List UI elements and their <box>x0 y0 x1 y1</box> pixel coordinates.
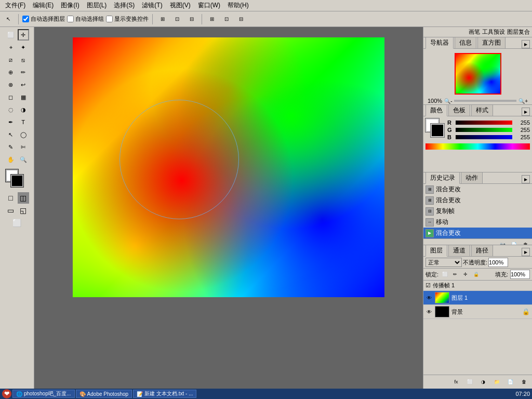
screen-mode1[interactable]: ▭ <box>5 205 17 216</box>
menu-filter[interactable]: 滤镜(T) <box>139 0 165 11</box>
layer-eye-1[interactable]: 👁 <box>425 294 433 301</box>
propagate-checkbox[interactable]: ☑ <box>425 282 431 289</box>
start-button[interactable]: ❤ <box>2 389 11 398</box>
tab-styles[interactable]: 样式 <box>471 104 493 116</box>
zoom-out-icon[interactable]: 🔍- <box>444 98 452 104</box>
tool-move[interactable]: ✛ <box>18 29 29 41</box>
history-delete[interactable]: 🗑 <box>521 240 530 245</box>
g-slider[interactable] <box>456 128 512 132</box>
align-btn2[interactable]: ⊡ <box>171 14 183 25</box>
zoom-slider[interactable] <box>454 100 516 102</box>
background-color[interactable] <box>11 175 23 187</box>
layer-eye-bg[interactable]: 👁 <box>425 308 433 315</box>
tab-histogram[interactable]: 直方图 <box>477 37 506 48</box>
tool-magic-wand[interactable]: ✦ <box>18 42 29 53</box>
menu-window[interactable]: 窗口(W) <box>195 0 223 11</box>
tool-preset-btn[interactable]: 工具预设 <box>482 28 505 36</box>
layers-options[interactable]: ▶ <box>522 248 530 256</box>
tool-shape[interactable]: ◯ <box>18 129 29 140</box>
distribute-btn2[interactable]: ⊡ <box>220 14 233 25</box>
lock-move[interactable]: ✛ <box>461 270 470 278</box>
fill-input[interactable] <box>510 270 530 279</box>
history-item-4[interactable]: ↔ 移动 <box>423 217 532 228</box>
menu-image[interactable]: 图像(I) <box>58 0 82 11</box>
quick-mask-on[interactable]: ◫ <box>18 192 29 204</box>
tab-navigator[interactable]: 导航器 <box>425 37 454 49</box>
quick-mask-off[interactable]: □ <box>5 192 17 204</box>
tab-swatches[interactable]: 色板 <box>448 104 470 116</box>
tool-text[interactable]: T <box>18 116 29 128</box>
tool-crop[interactable]: ⧄ <box>5 54 17 65</box>
tool-clone[interactable]: ⊗ <box>5 79 17 90</box>
tool-marquee[interactable]: ⬜ <box>5 29 17 41</box>
b-slider[interactable] <box>456 135 512 139</box>
tab-color[interactable]: 颜色 <box>425 104 447 116</box>
show-transform-check[interactable]: 显示变换控件 <box>106 15 149 23</box>
history-options[interactable]: ▶ <box>522 175 530 183</box>
tool-eyedropper[interactable]: ✄ <box>18 141 29 153</box>
layer-mask-btn[interactable]: ⬜ <box>463 376 476 388</box>
main-canvas[interactable] <box>73 37 384 297</box>
screen-mode2[interactable]: ◱ <box>18 205 29 216</box>
navigator-options[interactable]: ▶ <box>522 40 530 48</box>
layer-del-btn[interactable]: 🗑 <box>517 376 530 388</box>
color-options[interactable]: ▶ <box>522 108 530 116</box>
auto-select-group-check[interactable]: 自动选择组 <box>67 15 104 23</box>
distribute-btn1[interactable]: ⊞ <box>206 14 218 25</box>
tool-slice[interactable]: ⧅ <box>18 54 29 65</box>
taskbar-browser[interactable]: 🌐 photoshop吧_百度... <box>12 390 75 398</box>
lock-all[interactable]: 🔒 <box>472 270 480 278</box>
layer-item-1[interactable]: 👁 图层 1 <box>423 291 532 305</box>
menu-file[interactable]: 文件(F) <box>2 0 29 11</box>
tool-pen[interactable]: ✒ <box>5 116 17 128</box>
tool-lasso[interactable]: ⌖ <box>5 42 17 53</box>
layer-fx-btn[interactable]: fx <box>450 376 462 388</box>
tool-zoom[interactable]: 🔍 <box>18 154 29 165</box>
history-create-new[interactable]: 📄 <box>509 240 518 245</box>
layer-group-btn[interactable]: 📁 <box>490 376 503 388</box>
layer-new-btn[interactable]: 📄 <box>504 376 516 388</box>
history-new-snap[interactable]: 📷 <box>498 240 507 245</box>
tool-history-brush[interactable]: ↩ <box>18 79 29 90</box>
tool-dodge[interactable]: ◑ <box>18 104 29 115</box>
history-item-3[interactable]: ⊟ 复制帧 <box>423 206 532 217</box>
full-color-gradient[interactable] <box>425 143 530 150</box>
tool-path-select[interactable]: ↖ <box>5 129 17 140</box>
tab-info[interactable]: 信息 <box>455 37 476 48</box>
r-slider[interactable] <box>456 121 512 125</box>
tab-actions[interactable]: 动作 <box>461 172 483 183</box>
opacity-input[interactable] <box>488 258 508 267</box>
align-btn1[interactable]: ⊞ <box>156 14 169 25</box>
layer-comp-btn[interactable]: 图层复合 <box>507 28 530 36</box>
lock-transparent[interactable]: ⬜ <box>441 270 449 278</box>
align-btn3[interactable]: ⊟ <box>185 14 198 25</box>
tool-healing[interactable]: ⊕ <box>5 66 17 78</box>
lock-paint[interactable]: ✏ <box>451 270 459 278</box>
tab-channels[interactable]: 通道 <box>448 245 470 256</box>
history-item-1[interactable]: ⊞ 混合更改 <box>423 184 532 195</box>
history-item-2[interactable]: ⊞ 混合更改 <box>423 195 532 206</box>
tool-notes[interactable]: ✎ <box>5 141 17 153</box>
bg-swatch[interactable] <box>431 124 444 137</box>
tool-brush[interactable]: ✏ <box>18 66 29 78</box>
screen-mode3[interactable]: ⬜ <box>5 217 29 229</box>
zoom-in-icon[interactable]: 🔍+ <box>518 98 528 104</box>
tool-blur[interactable]: ◌ <box>5 104 17 115</box>
auto-select-layer-check[interactable]: 自动选择图层 <box>22 15 65 23</box>
taskbar-photoshop[interactable]: 🎨 Adobe Photoshop <box>76 390 132 398</box>
menu-edit[interactable]: 编辑(E) <box>30 0 57 11</box>
tool-gradient[interactable]: ▦ <box>18 91 29 103</box>
distribute-btn3[interactable]: ⊟ <box>235 14 247 25</box>
blend-mode-select[interactable]: 正常 <box>425 258 462 267</box>
tool-eraser[interactable]: ◻ <box>5 91 17 103</box>
tab-paths[interactable]: 路径 <box>471 245 493 256</box>
menu-select[interactable]: 选择(S) <box>111 0 138 11</box>
taskbar-notepad[interactable]: 📝 新建 文本文档.txt - ... <box>133 390 196 398</box>
move-tool-options[interactable]: ↖ <box>2 14 15 25</box>
history-item-5[interactable]: ▶ 混合更改 <box>423 228 532 238</box>
tool-hand[interactable]: ✋ <box>5 154 17 165</box>
layer-item-bg[interactable]: 👁 背景 🔒 <box>423 305 532 319</box>
menu-view[interactable]: 视图(V) <box>167 0 194 11</box>
menu-layer[interactable]: 图层(L) <box>84 0 110 11</box>
layer-adj-btn[interactable]: ◑ <box>477 376 489 388</box>
